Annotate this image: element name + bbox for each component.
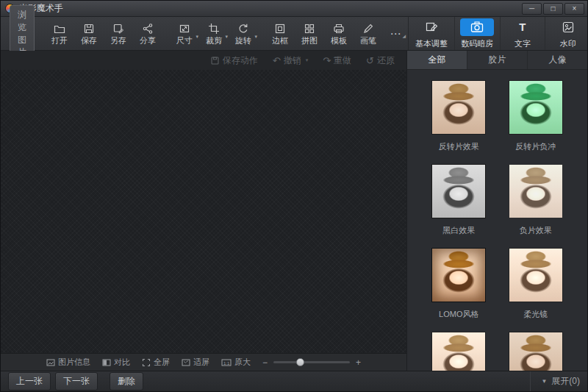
effect-thumbnail[interactable]: [509, 248, 563, 302]
tab-text[interactable]: T 文字: [500, 17, 545, 50]
original-size-icon: 1:1: [221, 358, 232, 367]
app-window: 光影魔术手 ─ □ × 浏览图片 打开 保存: [0, 0, 588, 392]
undo-icon: ↶: [273, 56, 281, 65]
effect-thumbnail[interactable]: [509, 80, 563, 135]
effect-item[interactable]: 反转片负冲: [504, 80, 567, 152]
tab-all-effects[interactable]: 全部: [407, 51, 467, 69]
more-icon: ⋯: [390, 27, 401, 40]
effects-panel-tabs: 全部 胶片 人像: [407, 51, 587, 70]
redo-button[interactable]: ↷ 重做: [323, 54, 351, 67]
main-toolbar: 浏览图片 打开 保存 另存: [1, 17, 587, 51]
template-button[interactable]: 模板: [324, 22, 354, 45]
template-icon: [333, 22, 345, 35]
effect-thumbnail[interactable]: [509, 164, 563, 218]
effect-item[interactable]: 黑白效果: [427, 164, 490, 236]
crop-dropdown-icon[interactable]: ▾: [225, 34, 228, 40]
svg-text:1:1: 1:1: [223, 360, 230, 365]
share-button[interactable]: 分享: [133, 22, 162, 45]
canvas-header: 保存动作 ↶ 撤销 ▾ ↷ 重做 ↺ 还原: [1, 51, 406, 70]
brush-icon: [362, 22, 374, 35]
effect-item[interactable]: 负片效果: [504, 164, 567, 236]
collage-button[interactable]: 拼图: [295, 22, 324, 45]
image-info-button[interactable]: 图片信息: [46, 357, 90, 368]
share-icon: [142, 22, 154, 35]
tab-watermark[interactable]: 水印: [545, 17, 588, 50]
tab-basic-adjust[interactable]: 基本调整: [409, 17, 454, 50]
window-controls: ─ □ ×: [522, 3, 584, 15]
effect-thumbnail[interactable]: [431, 248, 486, 302]
effect-item[interactable]: 柔光镜: [504, 248, 567, 320]
save-action-button[interactable]: 保存动作: [210, 54, 258, 67]
resize-dropdown-icon[interactable]: ▾: [196, 34, 198, 40]
resize-button[interactable]: 尺寸 ▾: [170, 22, 199, 45]
rotate-button[interactable]: 旋转 ▾: [229, 22, 258, 45]
crop-icon: [208, 22, 220, 35]
more-corner-icon: ◢: [402, 33, 406, 38]
bottom-bar: 上一张 下一张 删除 ▼ 展开(0): [1, 371, 587, 391]
zoom-slider[interactable]: [273, 361, 350, 363]
canvas: [1, 70, 406, 353]
effect-thumbnail[interactable]: [431, 332, 486, 371]
maximize-button[interactable]: □: [543, 3, 563, 15]
brush-button[interactable]: 画笔: [354, 22, 383, 45]
effect-item[interactable]: 反转片效果: [427, 80, 490, 152]
open-icon: [54, 22, 65, 35]
next-image-button[interactable]: 下一张: [55, 372, 98, 391]
save-button[interactable]: 保存: [74, 22, 104, 45]
close-button[interactable]: ×: [564, 3, 584, 15]
zoom-in-button[interactable]: +: [356, 357, 361, 368]
save-as-button[interactable]: 另存: [104, 22, 133, 45]
fullscreen-button[interactable]: 全屏: [142, 357, 170, 368]
effect-thumbnail[interactable]: [431, 164, 486, 218]
camera-icon: [460, 18, 494, 36]
effects-panel: 全部 胶片 人像 反转片效果 反转片负冲 黑白效果: [406, 51, 587, 371]
zoom-out-button[interactable]: −: [262, 357, 268, 368]
previous-image-button[interactable]: 上一张: [8, 372, 51, 391]
tab-film-effects[interactable]: 胶片: [467, 51, 527, 69]
more-tools-button[interactable]: ⋯ ◢: [383, 27, 408, 40]
effect-item[interactable]: LOMO风格: [427, 248, 490, 320]
zoom-slider-thumb[interactable]: [296, 358, 304, 366]
fullscreen-icon: [142, 358, 151, 367]
redo-icon: ↷: [323, 56, 331, 65]
border-button[interactable]: 边框: [265, 22, 295, 45]
zoom-controls: − +: [262, 357, 361, 368]
text-icon: T: [506, 18, 539, 36]
expand-tray-button[interactable]: ▼ 展开(0): [530, 371, 580, 391]
basic-adjust-icon: [415, 18, 448, 36]
compare-button[interactable]: 对比: [102, 357, 130, 368]
effect-thumbnail[interactable]: [509, 332, 563, 371]
compare-icon: [102, 358, 111, 367]
tab-digital-darkroom[interactable]: 数码暗房: [454, 17, 500, 50]
open-button[interactable]: 打开: [45, 22, 74, 45]
rotate-dropdown-icon[interactable]: ▾: [254, 34, 257, 40]
canvas-footer: 图片信息 对比 全屏: [1, 353, 406, 371]
save-icon: [83, 22, 95, 35]
restore-icon: ↺: [366, 56, 374, 65]
fit-screen-icon: [182, 358, 190, 367]
effect-item[interactable]: [427, 332, 490, 371]
undo-button[interactable]: ↶ 撤销 ▾: [273, 54, 308, 67]
save-action-icon: [210, 56, 220, 65]
tab-portrait-effects[interactable]: 人像: [527, 51, 587, 69]
main-area: 保存动作 ↶ 撤销 ▾ ↷ 重做 ↺ 还原: [1, 51, 587, 371]
watermark-icon: [551, 18, 585, 36]
border-icon: [274, 22, 286, 35]
mode-tabs: 基本调整 数码暗房 T 文字 水印: [408, 17, 588, 50]
effects-grid: 反转片效果 反转片负冲 黑白效果 负片效果 LOMO风格: [407, 70, 587, 371]
restore-button[interactable]: ↺ 还原: [366, 54, 395, 67]
original-size-button[interactable]: 1:1 原大: [221, 357, 251, 368]
undo-dropdown-icon[interactable]: ▾: [306, 57, 309, 63]
save-as-icon: [112, 22, 124, 35]
expand-arrow-icon: ▼: [541, 378, 547, 385]
fit-screen-button[interactable]: 适屏: [182, 357, 209, 368]
rotate-icon: [237, 22, 249, 35]
crop-button[interactable]: 裁剪 ▾: [199, 22, 229, 45]
canvas-column: 保存动作 ↶ 撤销 ▾ ↷ 重做 ↺ 还原: [1, 51, 406, 371]
collage-icon: [304, 22, 315, 35]
effect-item[interactable]: [504, 332, 567, 371]
delete-image-button[interactable]: 删除: [110, 372, 143, 391]
effect-thumbnail[interactable]: [431, 80, 486, 135]
toolbar-items: 打开 保存 另存 分享: [45, 22, 408, 45]
minimize-button[interactable]: ─: [522, 3, 542, 15]
